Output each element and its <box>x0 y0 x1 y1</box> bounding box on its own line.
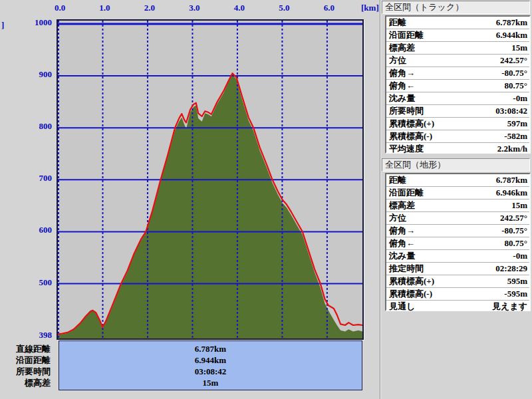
table-row: 所要時間03:08:42 <box>386 105 529 118</box>
table-row: 累積標高(+)595m <box>386 275 529 288</box>
table-row: 推定時間02:28:29 <box>386 263 529 275</box>
y-axis-tick: 800 <box>12 121 52 132</box>
stats-panel: 全区間（トラック）距離6.787km沿面距離6.944km標高差15m方位242… <box>380 0 532 399</box>
table-row: 方位242.57° <box>386 212 529 225</box>
table-row: 距離6.787km <box>386 174 529 187</box>
stat-value: 242.57° <box>500 55 527 66</box>
table-row: 沿面距離6.946km <box>386 187 529 200</box>
elevation-chart-plot[interactable] <box>58 21 362 338</box>
y-axis-tick: 500 <box>12 277 52 288</box>
stat-label: 標高差 <box>389 42 415 54</box>
table-row: 俯角→-80.75° <box>386 67 529 80</box>
stat-label: 沈み量 <box>389 250 415 262</box>
stat-value: 見えます <box>492 301 527 313</box>
stat-label: 沿面距離 <box>389 29 424 41</box>
summary-value: 03:08:42 <box>59 366 362 377</box>
stat-value: 2.2km/h <box>497 144 527 154</box>
stat-label: 沈み量 <box>389 92 415 104</box>
stat-label: 見通し <box>389 301 415 313</box>
stat-label: 標高差 <box>389 200 415 211</box>
stat-label: 俯角→ <box>389 225 415 237</box>
x-axis-tick: 5.0 <box>271 3 297 13</box>
table-row: 俯角←80.75° <box>386 237 529 250</box>
stat-label: 推定時間 <box>389 263 424 275</box>
y-axis-tick: 700 <box>12 173 52 184</box>
stat-value: -80.75° <box>501 225 527 236</box>
elevation-chart-frame <box>57 19 364 340</box>
stat-label: 俯角← <box>389 80 415 92</box>
x-axis-tick: 6.0 <box>316 3 342 13</box>
summary-label: 沿面距離 <box>0 354 51 366</box>
section-header-track: 全区間（トラック） <box>382 1 530 14</box>
x-axis-tick: 4.0 <box>226 3 253 13</box>
table-row: 沿面距離6.944km <box>386 29 529 42</box>
table-row: 標高差15m <box>386 42 529 55</box>
stat-label: 所要時間 <box>389 105 424 117</box>
stat-value: 595m <box>507 276 527 287</box>
summary-box: 6.787km6.944km03:08:4215m <box>59 340 362 390</box>
stat-value: 15m <box>511 43 527 53</box>
table-row: 累積標高(-)-582m <box>386 130 529 143</box>
stat-value: 597m <box>507 118 527 129</box>
y-axis-unit-bracket: ] <box>1 20 4 31</box>
stat-value: 242.57° <box>500 213 527 223</box>
table-row: 標高差15m <box>386 200 529 212</box>
stat-value: 80.75° <box>505 80 527 91</box>
table-row: 俯角←80.75° <box>386 80 529 92</box>
summary-value: 6.944km <box>59 354 362 366</box>
stat-value: 15m <box>511 200 527 211</box>
table-row: 平均速度2.2km/h <box>386 143 529 155</box>
stat-label: 平均速度 <box>389 143 424 155</box>
stat-value: -0m <box>513 251 527 261</box>
stats-table-terrain: 距離6.787km沿面距離6.946km標高差15m方位242.57°俯角→-8… <box>385 173 531 311</box>
y-axis-tick: 900 <box>12 69 52 80</box>
stat-value: 02:28:29 <box>495 263 527 274</box>
x-axis-tick: 3.0 <box>181 3 207 13</box>
elevation-profile-window: { "chart": { "y_bracket": "]", "x_unit_l… <box>0 0 532 399</box>
stat-value: -595m <box>504 289 527 299</box>
table-row: 沈み量-0m <box>386 250 529 263</box>
stat-label: 累積標高(-) <box>389 130 432 142</box>
stat-label: 沿面距離 <box>389 187 424 199</box>
summary-value: 15m <box>59 377 362 388</box>
stat-value: 6.946km <box>496 188 527 198</box>
y-axis-tick: 600 <box>12 225 52 235</box>
table-row: 距離6.787km <box>386 17 529 29</box>
stat-label: 距離 <box>389 174 406 186</box>
y-axis-min-label: 398 <box>12 330 52 340</box>
table-row: 沈み量-0m <box>386 92 529 105</box>
table-row: 俯角→-80.75° <box>386 225 529 237</box>
table-row: 方位242.57° <box>386 55 529 67</box>
x-axis-unit-label: [km] <box>361 3 379 13</box>
section-header-terrain: 全区間（地形） <box>382 158 530 172</box>
stat-value: -80.75° <box>501 68 527 78</box>
stat-label: 方位 <box>389 55 406 66</box>
summary-label: 所要時間 <box>0 366 51 377</box>
stat-value: 6.944km <box>496 30 527 41</box>
summary-labels: 直線距離沿面距離所要時間標高差 <box>0 343 51 388</box>
stat-value: 6.787km <box>496 175 527 186</box>
x-axis-tick: 2.0 <box>136 3 163 13</box>
stat-value: 03:08:42 <box>495 106 527 116</box>
stat-label: 俯角→ <box>389 67 415 79</box>
summary-label: 標高差 <box>0 377 51 388</box>
stat-label: 距離 <box>389 17 406 29</box>
stat-value: 80.75° <box>505 238 527 249</box>
stat-label: 俯角← <box>389 237 415 249</box>
summary-value: 6.787km <box>59 343 362 354</box>
x-axis-tick: 1.0 <box>91 3 118 13</box>
stat-value: -0m <box>513 93 527 104</box>
summary-label: 直線距離 <box>0 343 51 354</box>
table-row: 見通し見えます <box>386 301 529 313</box>
stat-label: 累積標高(+) <box>389 275 434 287</box>
stats-table-track: 距離6.787km沿面距離6.944km標高差15m方位242.57°俯角→-8… <box>385 15 531 154</box>
stat-value: -582m <box>504 131 527 142</box>
x-axis-tick: 0.0 <box>47 3 73 13</box>
y-axis-tick: 1000 <box>12 17 52 28</box>
stat-label: 方位 <box>389 212 406 224</box>
table-row: 累積標高(-)-595m <box>386 288 529 301</box>
table-row: 累積標高(+)597m <box>386 118 529 130</box>
stat-value: 6.787km <box>496 17 527 28</box>
stat-label: 累積標高(+) <box>389 118 434 130</box>
stat-label: 累積標高(-) <box>389 288 432 300</box>
